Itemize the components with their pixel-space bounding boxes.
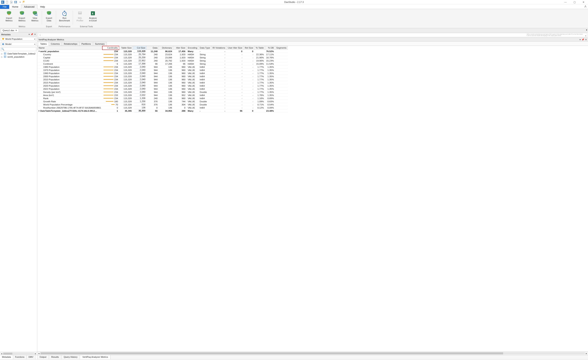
view-metrics-button[interactable]: View Metrics (29, 10, 40, 22)
panel-close-icon[interactable]: ✕ (34, 33, 36, 36)
table-row[interactable]: Country234115,32825,78424023,6241,920HAS… (37, 53, 288, 56)
subtab-relationships[interactable]: Relationships (62, 42, 79, 46)
vpa-grid-hscrollbar[interactable]: ◂ ▸ (37, 351, 588, 355)
import-metrics-button[interactable]: Import Metrics (4, 10, 14, 22)
expand-icon[interactable]: ▷ (1, 56, 3, 58)
export-metrics-button[interactable]: Export Metrics (16, 10, 27, 22)
tab-file[interactable]: File (0, 5, 9, 9)
tab-functions[interactable]: Functions (13, 355, 27, 359)
col-encoding[interactable]: Encoding (187, 46, 199, 50)
tab-vpa-metrics[interactable]: VertiPaq Analyzer Metrics (80, 355, 111, 359)
vpa-grid-scroll[interactable]: Name Cardinality Table Size Col Size Dat… (37, 46, 588, 351)
table-row[interactable]: Growth Rate180115,3281,256376136744VALUE… (37, 100, 288, 103)
table-row[interactable]: 2015 Population234115,3282,040944136960V… (37, 81, 288, 84)
panel-pin-icon[interactable]: 📌 (581, 39, 584, 41)
col-pct-db[interactable]: % DB (265, 46, 275, 50)
tab-results[interactable]: Results (49, 355, 61, 359)
expand-icon[interactable] (39, 110, 39, 112)
close-button[interactable]: ✕ (579, 0, 588, 4)
minimize-button[interactable]: — (561, 0, 570, 4)
table-row[interactable]: 2000 Population234115,3282,040944136960V… (37, 75, 288, 78)
notification-flag-icon[interactable] (22, 0, 26, 4)
tab-metadata[interactable]: Metadata (0, 355, 13, 359)
col-pct-table[interactable]: % Table (255, 46, 265, 50)
metadata-search-input[interactable] (5, 48, 36, 50)
document-tabs-menu-icon[interactable]: ▾ (586, 29, 587, 31)
metadata-hscrollbar[interactable]: ◂ ▸ (0, 352, 37, 355)
new-icon[interactable] (6, 0, 9, 4)
col-segments[interactable]: Segments (275, 46, 288, 50)
subtab-tables[interactable]: Tables (38, 42, 49, 46)
expand-icon[interactable]: ▷ (1, 53, 3, 55)
table-row[interactable]: 1970 Population234115,3282,040944136960V… (37, 69, 288, 72)
table-row[interactable]: world_population234115,328115,32811,2488… (37, 50, 288, 53)
metadata-search[interactable]: 🔍 (1, 47, 36, 51)
table-row[interactable]: RowNumber-2662979B-1795-4F74-8F37-6A1BA8… (37, 106, 288, 109)
subtab-columns[interactable]: Columns (49, 42, 62, 46)
scroll-right-icon[interactable]: ▸ (34, 352, 37, 355)
col-data[interactable]: Data (147, 46, 159, 50)
col-rel-size[interactable]: Rel Size (244, 46, 255, 50)
analyze-in-excel-button[interactable]: X Analyze in Excel (87, 10, 98, 22)
save-icon[interactable] (14, 0, 17, 4)
tab-dmv[interactable]: DMV (27, 355, 35, 359)
col-name[interactable]: Name (37, 46, 102, 50)
table-row[interactable]: 1990 Population234115,3282,040944136960V… (37, 72, 288, 75)
scroll-track[interactable] (3, 353, 34, 355)
panel-menu-icon[interactable]: ▾ (580, 39, 581, 41)
col-data-type[interactable]: Data Type (199, 46, 211, 50)
table-row[interactable]: CCA3234115,32822,95224020,7921,920HASHSt… (37, 59, 288, 62)
table-row[interactable]: DateTableTemplate_1ddea27f-504c-4174-b6c… (37, 109, 288, 112)
col-hier-size[interactable]: Hier Size (173, 46, 187, 50)
tree-node[interactable]: ▷ DateTableTemplate_1ddea2 (0, 52, 37, 55)
table-row[interactable]: Continent6115,32817,3989617,20696HASHStr… (37, 62, 288, 65)
table-row[interactable]: Area (km²)233115,3282,032944136952VALUEI… (37, 94, 288, 97)
scroll-left-icon[interactable]: ◂ (0, 352, 3, 355)
subtab-summary[interactable]: Summary (93, 42, 107, 46)
formula-expand-icon[interactable]: ▾ (585, 35, 586, 37)
tab-output[interactable]: Output (37, 355, 49, 359)
panel-pin-icon[interactable]: 📌 (31, 33, 33, 36)
formula-bar[interactable]: 1 With a model connected you can type a … (38, 33, 587, 37)
col-dictionary[interactable]: Dictionary (159, 46, 173, 50)
panel-close-icon[interactable]: ✕ (585, 39, 587, 41)
table-row[interactable]: Rank234115,3281,336240136960VALUEInt64--… (37, 97, 288, 100)
document-tab-close-icon[interactable]: ✕ (15, 29, 17, 32)
table-row[interactable]: 2020 Population234115,3282,040944136960V… (37, 84, 288, 87)
open-icon[interactable] (10, 0, 13, 4)
qat-dropdown-icon[interactable]: ▾ (19, 0, 22, 4)
subtab-partitions[interactable]: Partitions (79, 42, 93, 46)
table-row[interactable]: 2022 Population234115,3282,040944136960V… (37, 87, 288, 91)
tab-advanced[interactable]: Advanced (21, 5, 37, 9)
table-row[interactable]: 2010 Population234115,3282,040944136960V… (37, 78, 288, 81)
tree-node[interactable]: ▷ world_population (0, 55, 37, 58)
table-row[interactable]: World Population Percentage70115,3288163… (37, 103, 288, 106)
table-row[interactable]: Density (per km²)234115,3282,04094413696… (37, 91, 288, 94)
metadata-tree[interactable]: ▷ DateTableTemplate_1ddea2 ▷ world_popul… (0, 52, 37, 352)
table-row[interactable]: 1980 Population234115,3282,040944136960V… (37, 65, 288, 69)
run-benchmark-button[interactable]: Run Benchmark (58, 10, 71, 22)
panel-menu-icon[interactable]: ▾ (29, 33, 30, 36)
ribbon-collapse-icon[interactable]: ᐱ (584, 5, 586, 8)
export-data-button[interactable]: Export Data (44, 10, 54, 22)
scroll-thumb[interactable] (40, 352, 503, 354)
database-combo[interactable]: World Population ▾ (1, 37, 36, 41)
col-user-hier-size[interactable]: User Hier Size (226, 46, 243, 50)
expand-icon[interactable] (38, 51, 40, 52)
model-combo[interactable]: Model ▾ (1, 42, 36, 46)
scroll-right-icon[interactable]: ▸ (585, 352, 588, 355)
col-table-size[interactable]: Table Size (119, 46, 133, 50)
scroll-thumb[interactable] (3, 353, 12, 355)
maximize-button[interactable]: ▢ (570, 0, 579, 4)
col-col-size[interactable]: Col Size (133, 46, 147, 50)
scroll-left-icon[interactable]: ◂ (37, 352, 40, 355)
table-row[interactable]: Capital234115,32825,25824023,0981,920HAS… (37, 56, 288, 59)
tab-home[interactable]: Home (9, 5, 21, 9)
col-ri-violations[interactable]: RI Violations (211, 46, 226, 50)
scroll-track[interactable] (40, 352, 585, 354)
tab-help[interactable]: Help (37, 5, 48, 9)
tab-query-history[interactable]: Query History (61, 355, 80, 359)
cell-encoding: Many (188, 110, 193, 112)
col-cardinality[interactable]: Cardinality (102, 46, 119, 50)
document-tab[interactable]: Query1.dax ✕ (1, 29, 19, 32)
